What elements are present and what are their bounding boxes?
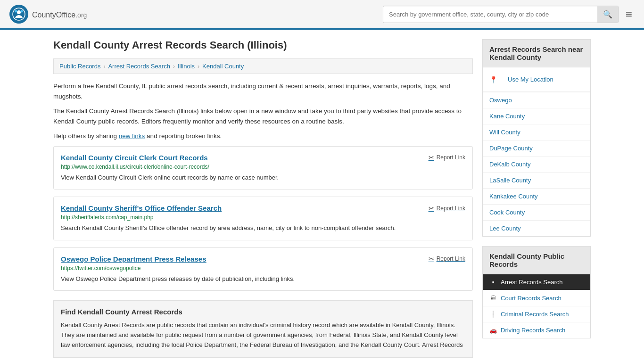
sidebar-pr-arrest-link[interactable]: ▪ Arrest Records Search [483,274,590,290]
sidebar-nearby-list: 📍 Use My Location Oswego Kane County [482,67,591,237]
report-link-1[interactable]: ✂ Report Link [429,154,465,161]
driving-records-icon: 🚗 [489,327,497,334]
result-desc-2: Search Kendall County Sheriff's Office o… [61,223,465,233]
use-my-location-link[interactable]: Use My Location [501,72,560,87]
result-title-1: Kendall County Circuit Clerk Court Recor… [61,154,465,162]
result-desc-1: View Kendall County Circuit Clerk online… [61,173,465,182]
result-url-1: http://www.co.kendall.il.us/circuit-cler… [61,164,465,170]
new-links-link[interactable]: new links [119,132,145,140]
sidebar-pr-criminal-link[interactable]: ❕ Criminal Records Search [483,306,590,322]
sidebar-nearby-dupage: DuPage County [483,140,590,156]
sidebar-pr-court: 🏛 Court Records Search [483,290,590,306]
search-input[interactable] [383,7,597,22]
sidebar-public-records-section: Kendall County Public Records ▪ Arrest R… [482,246,591,338]
breadcrumb-illinois[interactable]: Illinois [178,63,195,70]
result-link-3[interactable]: Oswego Police Department Press Releases [61,255,206,263]
svg-point-1 [17,10,21,14]
report-icon-3: ✂ [429,255,434,263]
logo-area: CountyOffice.org [9,5,87,24]
sidebar-pr-arrest: ▪ Arrest Records Search [483,274,590,290]
sidebar-nearby-lasalle-link[interactable]: LaSalle County [483,173,590,188]
criminal-records-icon: ❕ [489,311,497,318]
sidebar-nearby-lasalle: LaSalle County [483,173,590,189]
sidebar-nearby-lee-link[interactable]: Lee County [483,221,590,236]
result-url-2: http://sheriffalerts.com/cap_main.php [61,214,465,221]
report-link-2[interactable]: ✂ Report Link [429,205,465,212]
sidebar-public-records-header: Kendall County Public Records [482,246,591,274]
sidebar-nearby-will-link[interactable]: Will County [483,124,590,140]
result-title-2: Kendall County Sheriff's Office Offender… [61,204,465,212]
sidebar-nearby-dekalb: DeKalb County [483,156,590,173]
logo-text: CountyOffice.org [32,9,87,20]
sidebar-nearby-oswego-link[interactable]: Oswego [483,92,590,108]
report-icon-2: ✂ [429,205,434,212]
result-link-1[interactable]: Kendall County Circuit Clerk Court Recor… [61,154,208,162]
result-card-2: Kendall County Sheriff's Office Offender… [53,197,473,240]
sidebar-nearby-header: Arrest Records Search near Kendall Count… [482,39,591,67]
find-section-text: Kendall County Arrest Records are public… [61,321,465,350]
intro-paragraph-2: The Kendall County Arrest Records Search… [53,106,473,126]
breadcrumb: Public Records › Arrest Records Search ›… [53,58,473,74]
report-icon-1: ✂ [429,154,434,161]
result-title-3: Oswego Police Department Press Releases … [61,255,465,263]
breadcrumb-kendall-county[interactable]: Kendall County [202,63,244,70]
sidebar: Arrest Records Search near Kendall Count… [482,39,591,358]
sidebar-nearby-oswego: Oswego [483,92,590,108]
use-my-location-item: 📍 Use My Location [483,67,590,92]
intro-paragraph-3: Help others by sharing new links and rep… [53,131,473,141]
site-header: CountyOffice.org 🔍 ≡ [0,0,644,30]
sidebar-nearby-kankakee-link[interactable]: Kankakee County [483,189,590,204]
sidebar-nearby-cook-link[interactable]: Cook County [483,205,590,220]
breadcrumb-public-records[interactable]: Public Records [59,63,100,70]
find-section-title: Find Kendall County Arrest Records [61,308,465,316]
sidebar-public-records-list: ▪ Arrest Records Search 🏛 Court Records … [482,274,591,338]
use-my-location-container: 📍 Use My Location [483,67,590,92]
sidebar-pr-driving: 🚗 Driving Records Search [483,322,590,338]
svg-point-2 [15,10,17,13]
main-container: Kendall County Arrest Records Search (Il… [44,30,600,362]
sidebar-pr-criminal: ❕ Criminal Records Search [483,306,590,322]
page-title: Kendall County Arrest Records Search (Il… [53,39,473,51]
result-desc-3: View Oswego Police Department press rele… [61,274,465,284]
svg-point-3 [21,10,23,13]
result-link-2[interactable]: Kendall County Sheriff's Office Offender… [61,204,222,212]
header-right: 🔍 ≡ [383,5,635,23]
sidebar-nearby-will: Will County [483,124,590,140]
intro-paragraph-1: Perform a free Kendall County, IL public… [53,81,473,101]
sidebar-pr-court-link[interactable]: 🏛 Court Records Search [483,290,590,306]
arrest-records-icon: ▪ [489,279,497,286]
location-pin-icon: 📍 [489,76,497,83]
logo-icon [9,5,28,24]
sidebar-nearby-dupage-link[interactable]: DuPage County [483,140,590,156]
sidebar-nearby-cook: Cook County [483,205,590,221]
result-url-3: https://twitter.com/oswegopolice [61,265,465,272]
search-button[interactable]: 🔍 [597,6,618,23]
court-records-icon: 🏛 [489,295,497,302]
sidebar-nearby-kane: Kane County [483,108,590,124]
result-card-3: Oswego Police Department Press Releases … [53,247,473,291]
search-bar: 🔍 [383,6,619,23]
sidebar-nearby-section: Arrest Records Search near Kendall Count… [482,39,591,237]
content-area: Kendall County Arrest Records Search (Il… [53,39,473,358]
sidebar-nearby-dekalb-link[interactable]: DeKalb County [483,156,590,172]
find-section: Find Kendall County Arrest Records Kenda… [53,300,473,357]
menu-icon[interactable]: ≡ [623,5,635,23]
report-link-3[interactable]: ✂ Report Link [429,255,465,263]
sidebar-pr-driving-link[interactable]: 🚗 Driving Records Search [483,322,590,338]
sidebar-nearby-kankakee: Kankakee County [483,189,590,205]
breadcrumb-arrest-records[interactable]: Arrest Records Search [108,63,170,70]
result-card-1: Kendall County Circuit Clerk Court Recor… [53,146,473,190]
sidebar-nearby-kane-link[interactable]: Kane County [483,108,590,124]
sidebar-nearby-lee: Lee County [483,221,590,236]
